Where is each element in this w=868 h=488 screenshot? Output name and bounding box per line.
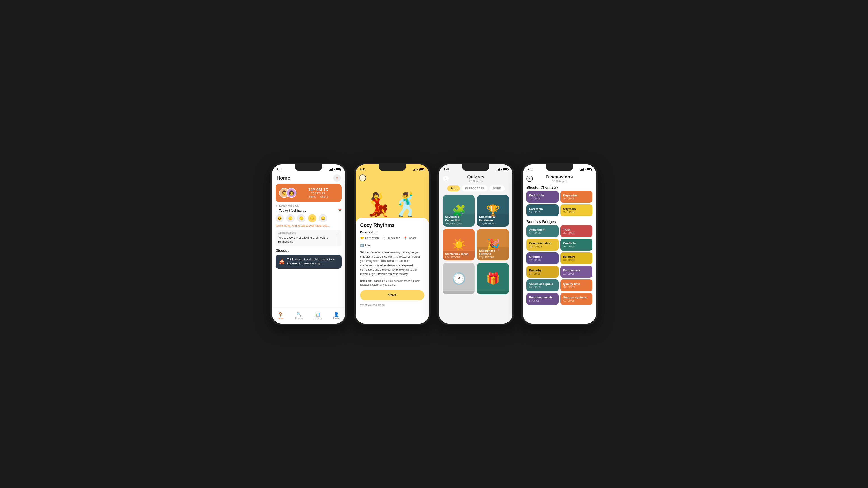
nav-profile[interactable]: 👤 Profile [333, 312, 340, 320]
disc-card-endorphin[interactable]: Endorphin 13 TOPICS [526, 191, 559, 203]
section-dot [276, 205, 277, 207]
quiz-card-4-content: Endorphin & Euphoria 7 QUESTIONS [477, 248, 509, 260]
empathy-title: Empathy [529, 269, 556, 272]
quiz-card-1-count: 10 QUESTIONS [445, 222, 472, 225]
bonds-bridges-grid: Attachment 57 TOPICS Trust 36 TOPICS Com… [523, 225, 596, 306]
quiz-card-5[interactable]: 🕐 [443, 263, 475, 294]
cozy-tags: 🤝 Connection ⏱ 30 minutes 📍 Indoor 🆓 Fre… [360, 236, 424, 247]
signal-icon-4 [580, 168, 584, 170]
insights-nav-icon: 📊 [315, 312, 320, 317]
quiz-back-button[interactable]: ‹ [443, 175, 449, 182]
disc-header: ‹ Discussions 36 Category [523, 173, 596, 184]
oxytocin-title: Oxytocin [563, 207, 590, 210]
quiz-card-5-content [443, 291, 475, 294]
indoor-icon: 📍 [403, 236, 407, 240]
quiz-card-serotonin[interactable]: ☀️ Serotonin & Mood 9 QUESTIONS [443, 229, 475, 260]
disc-card-forgiveness[interactable]: Forgiveness 11 TOPICS [560, 266, 592, 278]
quiz-filter-tabs: ALL IN PROGRESS DONE [439, 184, 513, 193]
quiz-card-4-title: Endorphin & Euphoria [479, 249, 506, 256]
disc-card-quality-time[interactable]: Quality time 38 TOPICS [560, 280, 592, 291]
time-2: 9:41 [360, 168, 366, 171]
avatars: 👨 👩 [279, 188, 296, 198]
quiz-title: Quizzes [449, 174, 502, 180]
status-icons-3: ▾ [497, 168, 508, 171]
endorphin-title: Endorphin [529, 194, 556, 197]
cozy-details: Cozy Rhythms Description 🤝 Connection ⏱ … [355, 218, 429, 324]
discuss-card[interactable]: 🎪 Think about a favorite childhood activ… [276, 255, 342, 269]
back-button-2[interactable]: ‹ [359, 174, 366, 181]
phone-cozy-rhythms: 9:41 ▾ ‹ 💃🕺 Cozy Rhythms Description [354, 163, 431, 325]
forgiveness-count: 11 TOPICS [563, 272, 590, 275]
disc-card-intimacy[interactable]: Intimacy 33 TOPICS [560, 252, 592, 264]
couple-names: Jimmy Cherie [299, 195, 338, 198]
quiz-card-2-content: Dopamine & Excitement 11 QUESTIONS [477, 214, 509, 227]
wifi-icon-2: ▾ [417, 168, 418, 171]
disc-card-gratitude[interactable]: Gratitude 40 TOPICS [526, 252, 559, 264]
tab-done[interactable]: DONE [489, 186, 504, 191]
disc-card-conflicts[interactable]: Conflicts 26 TOPICS [560, 239, 592, 251]
status-icons: ▾ [329, 168, 341, 171]
tab-all[interactable]: ALL [447, 186, 460, 191]
mood-btn-2[interactable]: 😐 [286, 214, 294, 222]
mood-btn-1[interactable]: 😔 [276, 214, 284, 222]
nav-explore[interactable]: 🔍 Explore [295, 312, 303, 320]
phone-discussions: 9:41 ▾ ‹ Discussions 36 Category [521, 163, 598, 325]
phone4-content: 9:41 ▾ ‹ Discussions 36 Category [523, 164, 596, 324]
tag-connection: 🤝 Connection [360, 236, 379, 240]
disc-back-button[interactable]: ‹ [526, 175, 533, 182]
mood-btn-3[interactable]: 🙂 [297, 214, 305, 222]
couple-together: TOGETHER [299, 192, 338, 195]
phone2-content: 9:41 ▾ ‹ 💃🕺 Cozy Rhythms Description [355, 164, 429, 324]
disc-card-oxytocin[interactable]: Oxytocin 15 TOPICS [560, 204, 592, 216]
wifi-icon-3: ▾ [501, 168, 502, 171]
support-systems-count: 41 TOPICS [563, 300, 590, 302]
quiz-card-6[interactable]: 🎁 [477, 263, 509, 294]
heart-button[interactable]: ♥ [333, 174, 341, 182]
nav-home-label: Home [278, 317, 284, 320]
disc-card-support-systems[interactable]: Support systems 41 TOPICS [560, 293, 592, 305]
disc-card-emotional-needs[interactable]: Emotional needs 5 TOPICS [526, 293, 559, 305]
start-button[interactable]: Start [360, 290, 424, 300]
affirmation-content: AFFIRMATION You are worthy of a loving a… [278, 232, 336, 244]
blissful-chemistry-grid: Endorphin 13 TOPICS Dopamine 16 TOPICS S… [523, 191, 596, 218]
nav-home[interactable]: 🏠 Home [278, 312, 284, 320]
couple-info: 14Y 0M 1D TOGETHER Jimmy Cherie [299, 188, 338, 198]
disc-card-trust[interactable]: Trust 36 TOPICS [560, 225, 592, 237]
signal-icon-3 [497, 168, 500, 170]
battery-icon [336, 168, 341, 171]
disc-card-values[interactable]: Values and goals 24 TOPICS [526, 280, 559, 291]
battery-icon-3 [503, 168, 508, 171]
disc-card-empathy[interactable]: Empathy 35 TOPICS [526, 266, 559, 278]
communication-count: 125 TOPICS [529, 246, 556, 248]
disc-card-attachment[interactable]: Attachment 57 TOPICS [526, 225, 559, 237]
dopamine-count: 16 TOPICS [563, 197, 590, 200]
quiz-card-dopamine[interactable]: 🏆 Dopamine & Excitement 11 QUESTIONS [477, 195, 509, 227]
signal-icon-2 [413, 168, 416, 170]
quiz-card-6-icon: 🎁 [477, 263, 509, 294]
quiz-card-endorphin[interactable]: 🎉 Endorphin & Euphoria 7 QUESTIONS [477, 229, 509, 260]
quality-time-count: 38 TOPICS [563, 286, 590, 289]
quiz-card-2-count: 11 QUESTIONS [479, 222, 506, 225]
values-title: Values and goals [529, 282, 556, 286]
quiz-header: ‹ Quizzes 20 Quizzes [439, 173, 513, 184]
serotonin-title: Serotonin [529, 207, 556, 210]
quiz-card-6-content [477, 291, 509, 294]
disc-card-communication[interactable]: Communication 125 TOPICS [526, 239, 559, 251]
conflicts-count: 26 TOPICS [563, 246, 590, 248]
disc-card-serotonin[interactable]: Serotonin 16 TOPICS [526, 204, 559, 216]
endorphin-count: 13 TOPICS [529, 197, 556, 200]
quiz-card-oxytocin[interactable]: 🧩 Oxytocin & Connection 10 QUESTIONS [443, 195, 475, 227]
nav-insights[interactable]: 📊 Insights [314, 312, 322, 320]
nav-insights-label: Insights [314, 317, 322, 320]
tab-in-progress[interactable]: IN PROGRESS [462, 186, 488, 191]
connection-icon: 🤝 [360, 236, 364, 240]
empathy-count: 35 TOPICS [529, 272, 556, 275]
conflicts-title: Conflicts [563, 241, 590, 245]
cozy-title: Cozy Rhythms [360, 222, 424, 228]
phone-quizzes: 9:41 ▾ ‹ Quizzes 20 Quizzes [437, 163, 514, 325]
disc-card-dopamine[interactable]: Dopamine 16 TOPICS [560, 191, 592, 203]
mood-btn-5[interactable]: 😄 [319, 214, 327, 222]
tag-free-label: Free [365, 244, 371, 247]
daily-mission-section: DAILY MISSION [272, 202, 345, 209]
mood-btn-4[interactable]: 😊 [308, 214, 316, 222]
